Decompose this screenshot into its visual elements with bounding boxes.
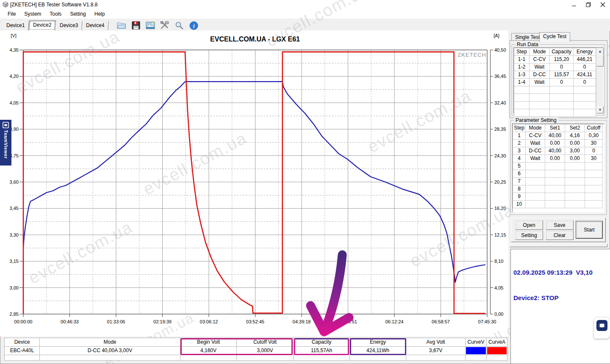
setting-button[interactable]: Setting [515, 230, 543, 240]
scroll-up-icon[interactable]: ▲ [596, 48, 604, 55]
tab-device2[interactable]: Device2 [29, 20, 56, 30]
table-cell [530, 109, 550, 117]
tools-icon[interactable] [160, 20, 170, 30]
table-cell[interactable]: 2 [513, 140, 526, 147]
splitter-bar[interactable] [510, 244, 607, 247]
table-cell[interactable]: 30 [585, 155, 603, 163]
scroll-down-icon[interactable]: ▼ [596, 106, 604, 113]
table-cell[interactable] [585, 178, 603, 185]
menu-setting[interactable]: Setting [66, 10, 90, 18]
table-cell [294, 355, 350, 361]
table-cell[interactable]: 6 [513, 170, 526, 178]
column-header: Cutoff Volt [237, 338, 294, 347]
table-cell [40, 355, 180, 361]
table-cell[interactable] [565, 163, 585, 170]
table-cell[interactable] [545, 170, 565, 178]
run-data-scrollbar[interactable]: ▲ ▼ [596, 48, 603, 113]
table-cell[interactable] [585, 193, 603, 201]
menu-system[interactable]: System [20, 10, 45, 18]
axis-tick-label: 0,00 [494, 312, 503, 317]
table-cell[interactable] [526, 193, 545, 201]
close-button[interactable] [596, 0, 610, 9]
tab-cycle-test[interactable]: Cycle Test [539, 32, 570, 42]
minimize-button[interactable] [567, 0, 581, 9]
zoom-icon[interactable] [174, 20, 184, 30]
table-cell[interactable] [526, 170, 545, 178]
table-cell[interactable] [545, 178, 565, 185]
table-cell[interactable] [565, 170, 585, 178]
table-cell[interactable]: 0.00 [545, 155, 565, 163]
table-cell[interactable]: 10 [513, 201, 526, 208]
table-cell[interactable] [565, 185, 585, 193]
table-row: 1C-CV40,004,160,30 [513, 132, 603, 140]
axis-tick-label: 00:00:00 [14, 319, 33, 324]
menu-help[interactable]: Help [90, 10, 109, 18]
table-cell[interactable] [565, 201, 585, 208]
menu-file[interactable]: File [3, 10, 20, 18]
save-icon[interactable] [131, 20, 141, 30]
start-button[interactable]: Start [576, 221, 602, 238]
table-cell[interactable]: Wait [526, 155, 545, 163]
tab-device4[interactable]: Device4 [82, 21, 109, 30]
table-cell[interactable] [585, 185, 603, 193]
teamviewer-badge[interactable] [594, 317, 610, 339]
save-button[interactable]: Save [546, 220, 574, 230]
table-cell[interactable]: 30 [585, 140, 603, 147]
table-cell[interactable] [565, 178, 585, 185]
info-icon[interactable]: i [189, 20, 199, 30]
menu-tools[interactable]: Tools [45, 10, 66, 18]
table-cell[interactable]: 4,16 [565, 132, 585, 140]
restore-button[interactable] [581, 0, 596, 9]
table-cell[interactable]: 40,00 [545, 147, 565, 155]
table-cell[interactable] [526, 163, 545, 170]
table-cell[interactable]: 0.00 [565, 155, 585, 163]
open-folder-icon[interactable] [116, 20, 127, 30]
table-cell [5, 355, 40, 361]
table-cell[interactable]: 0.00 [565, 140, 585, 147]
axis-tick-label: 4,05 [494, 285, 503, 290]
table-cell[interactable] [526, 185, 545, 193]
table-cell[interactable] [526, 201, 545, 208]
table-cell[interactable] [565, 193, 585, 201]
menu-bar: File System Tools Setting Help [0, 9, 610, 19]
table-cell[interactable]: 3,00 [565, 147, 585, 155]
table-cell[interactable] [545, 163, 565, 170]
table-cell: 424,11 [574, 71, 596, 79]
table-row: 3D-CC40,003,000 [513, 147, 603, 155]
table-cell[interactable]: 4 [513, 155, 526, 163]
table-cell[interactable]: 40,00 [545, 132, 565, 140]
result-cell: EBC-A40L [5, 347, 40, 355]
table-cell[interactable]: D-CC [526, 147, 545, 155]
table-cell[interactable] [585, 163, 603, 170]
open-button[interactable]: Open [515, 220, 543, 230]
axis-tick-label: 16,20 [494, 206, 506, 211]
image-icon[interactable] [145, 20, 155, 30]
table-cell[interactable] [526, 178, 545, 185]
tab-device1[interactable]: Device1 [2, 21, 29, 30]
teamviewer-side-tab[interactable]: TeamViewer [0, 120, 11, 165]
clear-button[interactable]: Clear [546, 230, 574, 240]
table-cell[interactable]: 8 [513, 185, 526, 193]
table-cell[interactable]: 1 [513, 132, 526, 140]
table-row: 1-4Wait00 [514, 79, 596, 86]
table-cell[interactable]: 3 [513, 147, 526, 155]
table-cell[interactable]: 0,30 [585, 132, 603, 140]
scrollbar-thumb[interactable] [596, 55, 604, 66]
table-cell[interactable]: C-CV [526, 132, 545, 140]
table-cell[interactable]: 9 [513, 193, 526, 201]
table-cell[interactable]: Wait [526, 140, 545, 147]
table-cell[interactable] [585, 201, 603, 208]
table-cell[interactable]: 7 [513, 178, 526, 185]
table-cell: 115,57 [550, 71, 574, 79]
table-cell[interactable] [545, 185, 565, 193]
tab-device3[interactable]: Device3 [55, 21, 83, 30]
table-cell[interactable]: 5 [513, 163, 526, 170]
column-header: Step [513, 124, 526, 132]
table-cell[interactable] [545, 201, 565, 208]
table-cell[interactable]: 0.00 [545, 140, 565, 147]
table-cell[interactable] [545, 193, 565, 201]
table-cell: Wait [530, 63, 550, 71]
result-cell: 115,57Ah [294, 347, 350, 355]
table-cell[interactable] [585, 170, 603, 178]
table-cell[interactable]: 0 [585, 147, 603, 155]
